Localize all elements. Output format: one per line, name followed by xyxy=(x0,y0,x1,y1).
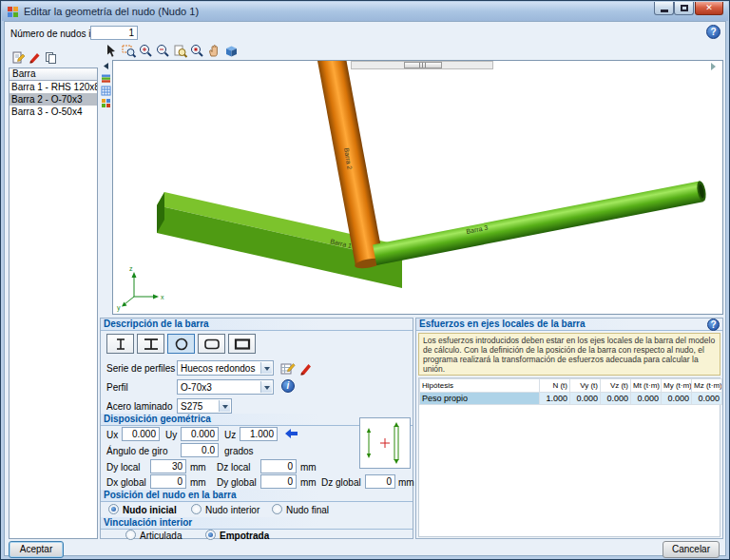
new-bar-button[interactable] xyxy=(10,49,27,66)
zoom-all-button[interactable] xyxy=(189,43,205,59)
list-item-selected[interactable]: Barra 2 - O-70x3 xyxy=(10,93,97,106)
info-icon: i xyxy=(287,381,290,391)
mt-cell[interactable]: 0.000 xyxy=(631,393,662,405)
minimize-button[interactable] xyxy=(654,2,674,15)
new-icon xyxy=(11,50,26,65)
cancel-button[interactable]: Cancelar xyxy=(663,541,720,558)
zoom-all-icon xyxy=(189,43,205,59)
zoom-in-button[interactable] xyxy=(138,43,154,59)
zoom-previous-button[interactable] xyxy=(172,43,188,59)
forces-help-button[interactable]: ? xyxy=(707,319,720,331)
serie-label: Serie de perfiles xyxy=(106,363,175,374)
back-view-button[interactable] xyxy=(100,60,112,71)
mm-unit: mm xyxy=(300,477,317,488)
render-options-button[interactable] xyxy=(100,97,112,108)
posicion-title: Posición del nudo en la barra xyxy=(101,490,413,502)
acero-label: Acero laminado xyxy=(106,401,172,412)
serie-combo[interactable]: Huecos redondos xyxy=(177,360,274,376)
zoom-out-button[interactable] xyxy=(155,43,171,59)
chevron-down-icon[interactable] xyxy=(260,362,272,374)
profile-round-tube-button[interactable] xyxy=(167,334,195,354)
vz-cell[interactable]: 0.000 xyxy=(601,393,631,405)
edit-bar-button[interactable] xyxy=(27,49,43,66)
chevron-down-icon[interactable] xyxy=(260,381,272,393)
view-3d-button[interactable] xyxy=(223,43,240,59)
profile-info-button[interactable]: i xyxy=(281,379,295,393)
chevron-down-icon[interactable] xyxy=(219,400,230,412)
uy-input[interactable] xyxy=(181,427,219,441)
radio-articulada[interactable] xyxy=(125,530,136,540)
help-button[interactable]: ? xyxy=(706,25,720,39)
hypothesis-cell[interactable]: Peso propio xyxy=(420,393,540,405)
round-tube-icon xyxy=(172,338,191,351)
radio-nudo-inicial[interactable] xyxy=(108,504,119,514)
perfil-combo[interactable]: O-70x3 xyxy=(177,379,274,395)
mm-unit: mm xyxy=(398,477,414,488)
maximize-icon xyxy=(681,5,688,11)
i-section-icon xyxy=(111,338,130,351)
window-title: Editar la geometría del nudo (Nudo 1) xyxy=(24,6,199,17)
acero-combo[interactable]: S275 xyxy=(177,398,232,414)
uz-input[interactable] xyxy=(240,427,278,441)
serie-value: Huecos redondos xyxy=(181,363,255,374)
forces-title: Esfuerzos en ejes locales de la barra xyxy=(416,319,722,331)
angulo-label: Ángulo de giro xyxy=(106,446,168,456)
profile-box-tube-button[interactable] xyxy=(228,334,256,354)
pan-button[interactable] xyxy=(206,43,222,59)
radio-empotrada[interactable] xyxy=(205,530,216,540)
perfil-label: Perfil xyxy=(106,382,128,393)
my-cell[interactable]: 0.000 xyxy=(662,393,692,405)
dy-local-input[interactable] xyxy=(150,459,186,473)
edit-profile-button[interactable] xyxy=(298,360,314,377)
grid-button[interactable] xyxy=(100,85,112,96)
maximize-button[interactable] xyxy=(674,2,694,15)
radio-nudo-final[interactable] xyxy=(272,504,282,514)
dz-local-label: Dz local xyxy=(217,462,251,473)
zoom-window-button[interactable] xyxy=(121,43,137,59)
scene-3d: Barra 2 Barra 1 Barra 3 x y z xyxy=(113,61,722,314)
vy-cell[interactable]: 0.000 xyxy=(570,393,601,405)
accept-button[interactable]: Aceptar xyxy=(9,541,64,558)
zoom-previous-icon xyxy=(172,43,188,59)
dx-global-label: Dx global xyxy=(106,477,146,488)
forces-table-header-row: Hipótesis N (t) Vy (t) Vz (t) Mt (t·m) M… xyxy=(420,379,722,393)
pointer-tool-button[interactable] xyxy=(104,43,120,59)
articulada-label: Articulada xyxy=(140,531,182,541)
dy-global-input[interactable] xyxy=(260,474,297,489)
axis-z-label: z xyxy=(129,265,133,272)
uy-label: Uy xyxy=(165,430,177,440)
mz-cell[interactable]: 0.000 xyxy=(692,393,722,405)
edit-series-button[interactable] xyxy=(279,360,296,377)
section-preview xyxy=(359,417,411,469)
list-item[interactable]: Barra 1 - RHS 120x80x6 xyxy=(10,81,97,93)
nudo-interior-label: Nudo interior xyxy=(205,505,259,515)
zoom-in-icon xyxy=(138,43,154,59)
col-vy: Vy (t) xyxy=(570,379,601,393)
n-cell[interactable]: 1.000 xyxy=(540,393,570,405)
bar-list-header[interactable]: Barra xyxy=(10,68,97,81)
nudo-inicial-label: Nudo inicial xyxy=(123,505,177,515)
list-item[interactable]: Barra 3 - O-50x4 xyxy=(10,106,97,118)
title-bar[interactable]: Editar la geometría del nudo (Nudo 1) xyxy=(2,2,728,21)
layers-button[interactable] xyxy=(100,72,112,84)
angulo-input[interactable] xyxy=(181,443,219,457)
num-nodes-input[interactable] xyxy=(90,26,138,40)
ux-label: Ux xyxy=(106,430,118,440)
profile-i-wide-button[interactable] xyxy=(137,334,164,354)
dx-global-input[interactable] xyxy=(150,474,186,489)
viewport-3d[interactable]: Barra 2 Barra 1 Barra 3 x y z xyxy=(112,60,723,315)
radio-nudo-interior[interactable] xyxy=(191,504,202,514)
empotrada-label: Empotrada xyxy=(220,531,269,541)
profile-rounded-rect-button[interactable] xyxy=(198,334,225,354)
close-button[interactable]: ✕ xyxy=(695,2,723,15)
dialog-body: Número de nudos iguales ? Barra Barra 1 … xyxy=(4,21,726,556)
forces-table: Hipótesis N (t) Vy (t) Vz (t) Mt (t·m) M… xyxy=(419,378,722,405)
dz-local-input[interactable] xyxy=(260,459,297,473)
help-icon: ? xyxy=(710,320,716,330)
app-icon xyxy=(7,6,19,18)
dz-global-input[interactable] xyxy=(365,474,395,489)
profile-i-narrow-button[interactable] xyxy=(106,334,134,354)
axis-direction-button[interactable] xyxy=(283,426,298,441)
copy-bar-button[interactable] xyxy=(43,49,59,66)
ux-input[interactable] xyxy=(122,427,160,441)
